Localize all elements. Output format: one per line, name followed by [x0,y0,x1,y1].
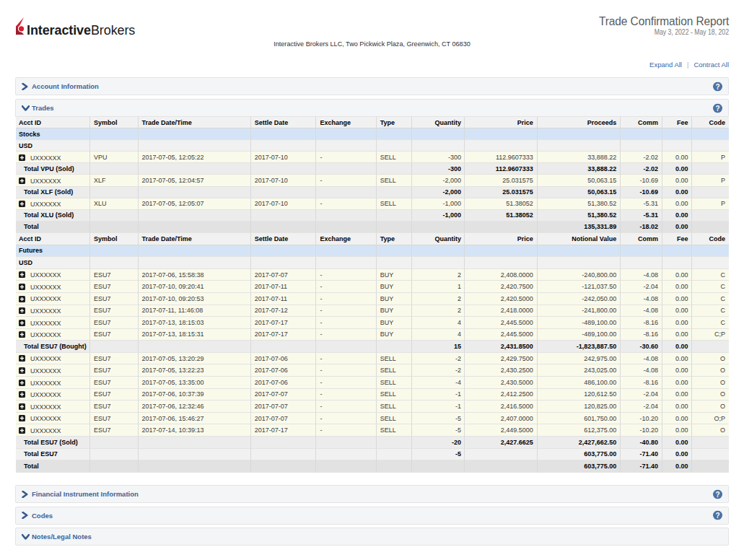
svg-text:?: ? [715,490,719,498]
svg-text:?: ? [715,82,719,90]
svg-text:?: ? [715,104,719,112]
svg-text:?: ? [715,512,719,520]
